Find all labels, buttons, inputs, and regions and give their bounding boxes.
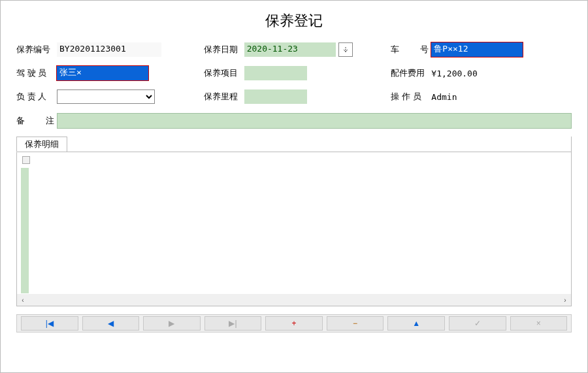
detail-grid[interactable]: ‹ › xyxy=(17,152,571,306)
scroll-right-icon[interactable]: › xyxy=(559,294,571,306)
field-driver: 驾 驶 员 张三× xyxy=(16,66,197,80)
form-title: 保养登记 xyxy=(16,11,572,31)
label-date: 保养日期 xyxy=(204,44,242,56)
svg-point-0 xyxy=(345,47,346,48)
detail-panel: 保养明细 ‹ › xyxy=(16,137,572,306)
navigator-toolbar: |◀ ◀ ▶ ▶| + − ▲ ✓ × xyxy=(16,314,572,332)
nav-remove-button[interactable]: − xyxy=(327,316,384,331)
value-parts-cost: ¥1,200.00 xyxy=(431,69,477,78)
value-vehicle[interactable]: 鲁P××12 xyxy=(431,42,523,57)
field-id: 保养编号 BY20201123001 xyxy=(16,42,197,57)
nav-first-button[interactable]: |◀ xyxy=(21,316,78,331)
nav-up-button[interactable]: ▲ xyxy=(387,316,445,331)
label-item: 保养项目 xyxy=(204,67,242,79)
tab-strip: 保养明细 xyxy=(16,137,571,152)
label-vehicle: 车 号 xyxy=(391,44,429,56)
field-parts-cost: 配件费用 ¥1,200.00 xyxy=(391,66,572,80)
field-vehicle: 车 号 鲁P××12 xyxy=(391,42,572,57)
select-responsible[interactable] xyxy=(57,89,155,104)
nav-last-button[interactable]: ▶| xyxy=(204,316,262,331)
tab-detail[interactable]: 保养明细 xyxy=(16,137,67,152)
value-driver[interactable]: 张三× xyxy=(57,66,148,80)
label-driver: 驾 驶 员 xyxy=(16,67,54,79)
grid-corner-box xyxy=(22,156,30,164)
field-responsible: 负 责 人 xyxy=(16,89,197,104)
input-notes[interactable] xyxy=(57,113,572,129)
nav-confirm-button[interactable]: ✓ xyxy=(449,316,506,331)
label-parts-cost: 配件费用 xyxy=(391,67,429,79)
nav-next-button[interactable]: ▶ xyxy=(143,316,201,331)
value-operator: Admin xyxy=(431,92,457,102)
date-dropdown-button[interactable] xyxy=(338,42,353,57)
dropdown-dots-icon xyxy=(343,46,348,53)
nav-add-button[interactable]: + xyxy=(265,316,323,331)
field-notes: 备 注 xyxy=(16,113,572,129)
field-date: 保养日期 2020-11-23 xyxy=(204,42,385,57)
label-id: 保养编号 xyxy=(16,44,54,56)
svg-point-1 xyxy=(345,49,346,50)
nav-cancel-button[interactable]: × xyxy=(510,316,568,331)
value-item[interactable] xyxy=(244,66,307,80)
value-mileage[interactable] xyxy=(244,89,307,104)
maintenance-form-window: 保养登记 保养编号 BY20201123001 保养日期 2020-11-23 … xyxy=(0,0,588,373)
horizontal-scrollbar[interactable]: ‹ › xyxy=(17,294,571,306)
label-responsible: 负 责 人 xyxy=(16,91,54,103)
form-grid: 保养编号 BY20201123001 保养日期 2020-11-23 车 号 鲁… xyxy=(16,42,572,129)
label-notes: 备 注 xyxy=(16,115,54,127)
label-mileage: 保养里程 xyxy=(204,91,242,103)
grid-row-indicator xyxy=(21,168,29,293)
value-date[interactable]: 2020-11-23 xyxy=(244,42,336,57)
nav-prev-button[interactable]: ◀ xyxy=(82,316,140,331)
field-item: 保养项目 xyxy=(204,66,385,80)
field-mileage: 保养里程 xyxy=(204,89,385,104)
value-id: BY20201123001 xyxy=(57,42,161,57)
label-operator: 操 作 员 xyxy=(391,91,429,103)
field-operator: 操 作 员 Admin xyxy=(391,89,572,104)
scroll-left-icon[interactable]: ‹ xyxy=(17,294,29,306)
